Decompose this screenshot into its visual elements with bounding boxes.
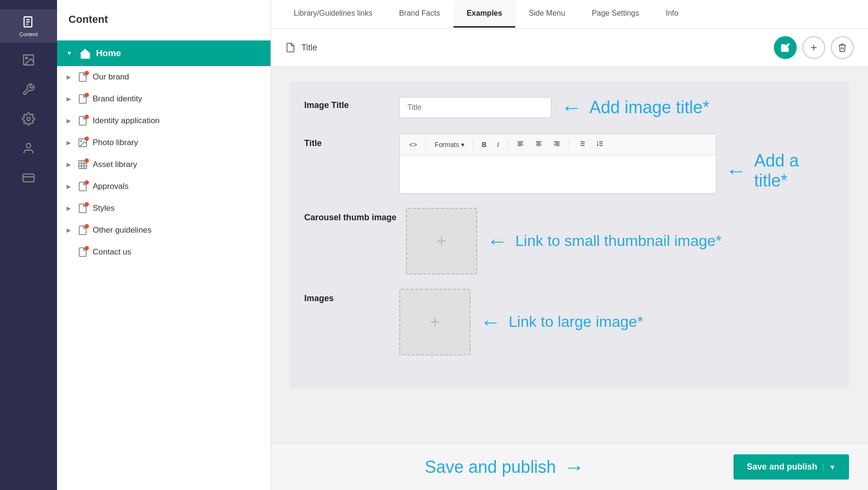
tab-page-settings[interactable]: Page Settings: [579, 0, 653, 28]
nav-arrow-identity-application: ▶: [67, 118, 71, 124]
nav-label-approvals: Approvals: [93, 182, 129, 191]
toolbar-divider-4: [569, 140, 569, 149]
nav-item-our-brand[interactable]: ▶ Our brand: [57, 66, 270, 88]
save-publish-label: Save and publish: [747, 462, 817, 472]
doc-badge-identity-application: [85, 115, 89, 119]
toolbar-divider-2: [473, 140, 473, 149]
doc-wrap-asset-library: [77, 159, 88, 170]
save-publish-button[interactable]: Save and publish ▼: [733, 454, 849, 480]
tab-bar: Library/Guidelines links Brand Facts Exa…: [271, 0, 868, 29]
annotation-arrow-carousel: ←: [487, 229, 508, 253]
add-button[interactable]: [802, 36, 825, 59]
svg-point-11: [80, 140, 82, 142]
sidebar-item-card[interactable]: [0, 166, 57, 190]
toolbar-italic[interactable]: I: [493, 139, 503, 150]
trash-icon: [838, 43, 847, 52]
tab-library-guidelines[interactable]: Library/Guidelines links: [280, 0, 386, 28]
icon-bar-label: Content: [19, 31, 38, 37]
tab-side-menu[interactable]: Side Menu: [515, 0, 579, 28]
list-ul-icon: [578, 140, 586, 147]
tab-info[interactable]: Info: [653, 0, 692, 28]
sidebar: Content ▼ Home ▶ Our brand ▶: [57, 0, 271, 490]
toolbar-align-right[interactable]: [549, 138, 564, 151]
carousel-thumb-placeholder[interactable]: +: [406, 208, 477, 274]
sidebar-item-wrench[interactable]: [0, 77, 57, 102]
sidebar-item-gear[interactable]: [0, 107, 57, 131]
list-ol-icon: [596, 140, 604, 147]
align-center-icon: [535, 140, 542, 147]
doc-wrap-styles: [77, 203, 88, 214]
image-title-input[interactable]: [399, 97, 551, 118]
toolbar-list-ul[interactable]: [574, 138, 589, 151]
tab-examples[interactable]: Examples: [453, 0, 516, 28]
tab-brand-facts[interactable]: Brand Facts: [386, 0, 453, 28]
doc-badge-styles: [85, 202, 89, 206]
annotation-text-images: Link to large image*: [509, 312, 643, 332]
toolbar-align-left[interactable]: [513, 138, 528, 151]
doc-wrap-approvals: [77, 181, 88, 192]
content-header-left: Title: [285, 42, 317, 53]
rich-editor[interactable]: <> Formats ▾ B I: [399, 134, 716, 194]
nav-item-home[interactable]: ▼ Home: [57, 40, 270, 66]
sidebar-item-content[interactable]: Content: [0, 10, 57, 43]
nav-item-photo-library[interactable]: ▶ Photo library: [57, 132, 270, 154]
nav-item-asset-library[interactable]: ▶ Asset library: [57, 154, 270, 176]
sidebar-item-image[interactable]: [0, 48, 57, 72]
label-images: Images: [304, 289, 390, 304]
toolbar-formats[interactable]: Formats ▾: [431, 139, 468, 150]
nav-arrow-brand-identity: ▶: [67, 96, 71, 102]
toolbar-bold[interactable]: B: [478, 139, 491, 150]
content-header: Title: [271, 29, 868, 67]
save-publish-dropdown[interactable]: ▼: [823, 463, 836, 471]
nav-item-identity-application[interactable]: ▶ Identity application: [57, 110, 270, 132]
doc-wrap-brand-identity: [77, 94, 88, 104]
form-row-title: Title <> Formats ▾ B I: [304, 134, 835, 194]
doc-wrap-other-guidelines: [77, 225, 88, 235]
form-card: Image Title ← Add image title* Title <>: [290, 81, 849, 389]
nav-label-other-guidelines: Other guidelines: [93, 225, 152, 235]
nav-arrow-asset-library: ▶: [67, 161, 71, 168]
nav-label-our-brand: Our brand: [93, 72, 129, 82]
main-area: Library/Guidelines links Brand Facts Exa…: [271, 0, 868, 490]
control-images: + ← Link to large image*: [399, 289, 835, 355]
toolbar-align-center[interactable]: [531, 138, 546, 151]
align-right-icon: [553, 140, 560, 147]
icon-bar: Content: [0, 0, 57, 490]
doc-badge-our-brand: [85, 71, 89, 75]
nav-arrow-photo-library: ▶: [67, 139, 71, 146]
nav-item-approvals[interactable]: ▶ Approvals: [57, 176, 270, 197]
nav-item-styles[interactable]: ▶ Styles: [57, 197, 270, 219]
images-placeholder[interactable]: +: [399, 289, 471, 355]
sidebar-item-user[interactable]: [0, 136, 57, 161]
nav-arrow-home: ▼: [67, 50, 72, 57]
annotation-text-title: Add a title*: [754, 151, 835, 191]
nav-item-brand-identity[interactable]: ▶ Brand identity: [57, 88, 270, 110]
toolbar-code[interactable]: <>: [405, 139, 421, 150]
add-icon: [809, 43, 819, 52]
add-image-icon: +: [437, 231, 447, 251]
label-title: Title: [304, 134, 390, 148]
annotation-text-image-title: Add image title*: [589, 98, 709, 118]
doc-badge-brand-identity: [85, 93, 89, 97]
toolbar-list-ol[interactable]: [592, 138, 608, 151]
delete-button[interactable]: [831, 36, 854, 59]
doc-badge-asset-library: [85, 158, 89, 163]
nav-arrow-styles: ▶: [67, 205, 71, 212]
footer-annotation-text: Save and publish: [424, 457, 556, 477]
form-row-carousel-thumb: Carousel thumb image + ← Link to small t…: [304, 208, 835, 274]
svg-rect-8: [23, 174, 34, 182]
annotation-image-title: ← Add image title*: [561, 96, 709, 119]
doc-wrap-our-brand: [77, 72, 88, 82]
home-icon: [79, 47, 91, 59]
control-carousel-thumb: + ← Link to small thumbnail image*: [406, 208, 835, 274]
nav-arrow-approvals: ▶: [67, 183, 71, 190]
doc-badge-photo-library: [85, 137, 89, 141]
rich-content[interactable]: [400, 155, 716, 193]
rich-toolbar: <> Formats ▾ B I: [400, 134, 716, 155]
edit-button[interactable]: [774, 36, 797, 59]
annotation-arrow-left: ←: [561, 96, 582, 119]
nav-item-other-guidelines[interactable]: ▶ Other guidelines: [57, 219, 270, 241]
nav-arrow-our-brand: ▶: [67, 74, 71, 80]
nav-item-contact-us[interactable]: ▶ Contact us: [57, 241, 270, 263]
nav-label-brand-identity: Brand identity: [93, 94, 142, 104]
